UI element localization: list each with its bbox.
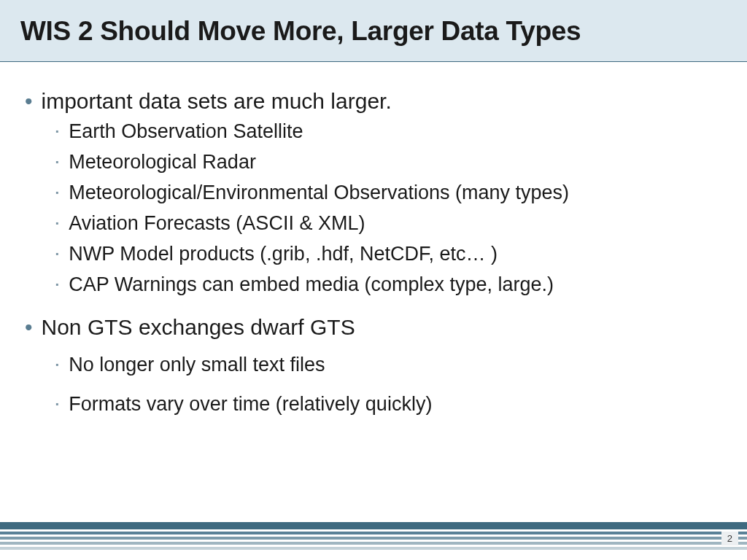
bullet-group-2: • Non GTS exchanges dwarf GTS ▪ No longe… <box>25 314 722 416</box>
bullet-square-icon: ▪ <box>55 180 58 205</box>
bullet-square-icon: ▪ <box>55 211 58 236</box>
bullet-group-1: • important data sets are much larger. ▪… <box>25 88 722 297</box>
bullet-text: Aviation Forecasts (ASCII & XML) <box>69 211 365 236</box>
bullet-square-icon: ▪ <box>55 272 58 297</box>
sub-list-1: ▪ Earth Observation Satellite ▪ Meteorol… <box>55 119 722 297</box>
bullet-text: important data sets are much larger. <box>42 88 392 114</box>
stripe <box>0 547 747 550</box>
list-item: ▪ CAP Warnings can embed media (complex … <box>55 272 722 297</box>
bullet-text: Meteorological Radar <box>69 149 256 174</box>
list-item: • important data sets are much larger. <box>25 88 722 114</box>
bullet-dot-icon: • <box>25 314 33 341</box>
list-item: ▪ Meteorological/Environmental Observati… <box>55 180 722 205</box>
bullet-square-icon: ▪ <box>55 149 58 174</box>
list-item: ▪ Meteorological Radar <box>55 149 722 174</box>
bullet-square-icon: ▪ <box>55 241 58 266</box>
page-number: 2 <box>721 532 738 545</box>
bullet-text: Meteorological/Environmental Observation… <box>69 180 569 205</box>
bullet-text: Non GTS exchanges dwarf GTS <box>42 314 355 341</box>
bullet-text: Earth Observation Satellite <box>69 119 303 144</box>
footer-stripes <box>0 522 747 550</box>
list-item: ▪ Earth Observation Satellite <box>55 119 722 144</box>
bullet-text: No longer only small text files <box>69 352 325 377</box>
sub-list-2: ▪ No longer only small text files ▪ Form… <box>55 352 722 416</box>
bullet-text: NWP Model products (.grib, .hdf, NetCDF,… <box>69 241 498 266</box>
bullet-square-icon: ▪ <box>55 352 58 377</box>
bullet-text: CAP Warnings can embed media (complex ty… <box>69 272 554 297</box>
list-item: ▪ No longer only small text files <box>55 352 722 377</box>
bullet-dot-icon: • <box>25 88 33 114</box>
stripe <box>0 522 747 529</box>
bullet-square-icon: ▪ <box>55 392 58 416</box>
list-item: • Non GTS exchanges dwarf GTS <box>25 314 722 341</box>
list-item: ▪ Formats vary over time (relatively qui… <box>55 392 722 416</box>
bullet-text: Formats vary over time (relatively quick… <box>69 392 432 416</box>
list-item: ▪ NWP Model products (.grib, .hdf, NetCD… <box>55 241 722 266</box>
slide-content: • important data sets are much larger. ▪… <box>0 62 747 416</box>
slide: WIS 2 Should Move More, Larger Data Type… <box>0 0 747 560</box>
list-item: ▪ Aviation Forecasts (ASCII & XML) <box>55 211 722 236</box>
title-bar: WIS 2 Should Move More, Larger Data Type… <box>0 0 747 62</box>
bullet-square-icon: ▪ <box>55 119 58 144</box>
slide-title: WIS 2 Should Move More, Larger Data Type… <box>20 16 727 47</box>
